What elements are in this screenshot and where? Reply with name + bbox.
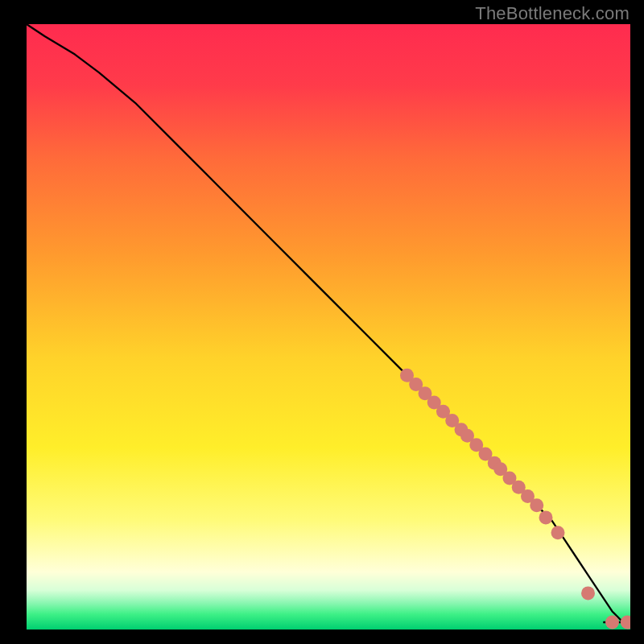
- data-point-marker: [581, 586, 595, 600]
- plot-area: [27, 24, 630, 630]
- chart-stage: TheBottleneck.com: [0, 0, 644, 644]
- watermark-text: TheBottleneck.com: [475, 3, 630, 24]
- data-point-marker: [551, 526, 565, 539]
- data-point-marker: [605, 615, 619, 629]
- chart-svg: [27, 24, 630, 630]
- data-point-marker: [539, 510, 553, 524]
- gradient-background: [27, 24, 630, 630]
- data-point-marker: [530, 498, 543, 512]
